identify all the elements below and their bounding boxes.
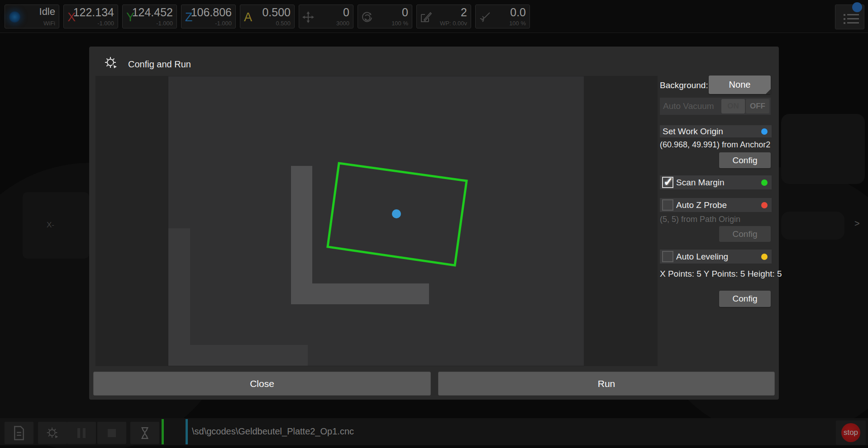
- emergency-stop-label: stop: [844, 428, 858, 437]
- auto-z-probe-label: Auto Z Probe: [676, 200, 727, 210]
- main-menu-button[interactable]: [835, 5, 864, 29]
- axis-a-subvalue: 0.500: [276, 20, 291, 27]
- machine-bed: [168, 76, 584, 366]
- auto-z-probe-config-button: Config: [719, 226, 771, 242]
- screen: X- > Idle WiFi X 122.134 -1.000 Y 124.45…: [0, 0, 868, 448]
- stop-square-icon: [106, 427, 118, 439]
- auto-z-probe-detail: (5, 5) from Path Origin: [660, 215, 740, 224]
- axis-x-value: 122.134: [73, 6, 114, 19]
- background-label: Background:: [660, 80, 708, 90]
- progress-marker-green: [162, 419, 164, 444]
- file-button[interactable]: [5, 422, 33, 444]
- spindle-value: 0: [402, 6, 408, 19]
- progress-marker-blue: [186, 419, 188, 444]
- auto-vacuum-row: Auto Vacuum ON OFF: [660, 98, 771, 115]
- background-panel-right-top: [781, 114, 865, 184]
- auto-z-probe-status-dot: [761, 202, 768, 208]
- scan-margin-status-dot: [761, 179, 768, 186]
- axis-x-subvalue: -1.000: [97, 20, 114, 27]
- work-origin-header: Set Work Origin: [660, 125, 772, 137]
- auto-leveling-status-dot: [761, 254, 768, 260]
- bottom-control-bar: \sd\gcodes\Geldbeutel_Platte2_Op1.cnc st…: [0, 418, 868, 445]
- feed-rate-panel[interactable]: 0 3000: [299, 5, 353, 28]
- axis-a-letter: A: [244, 10, 252, 24]
- machine-status-panel[interactable]: Idle WiFi: [5, 5, 59, 28]
- jog-x-minus-label: X-: [47, 221, 54, 230]
- laser-icon: [478, 11, 491, 24]
- background-selector[interactable]: None: [709, 75, 771, 94]
- loaded-file-path: \sd\gcodes\Geldbeutel_Platte2_Op1.cnc: [192, 426, 354, 437]
- stop-job-button: [97, 422, 126, 444]
- laser-panel[interactable]: 0.0 100 %: [475, 5, 530, 28]
- gear-play-icon-small: [45, 426, 60, 440]
- connection-status-icon: [9, 11, 21, 23]
- work-origin-label: Set Work Origin: [663, 127, 723, 137]
- scan-margin-checkbox[interactable]: ✓: [662, 177, 673, 188]
- axis-z-panel[interactable]: Z 106.806 -1.000: [181, 5, 236, 28]
- axis-y-panel[interactable]: Y 124.452 -1.000: [122, 5, 177, 28]
- spindle-panel[interactable]: 0 100 %: [358, 5, 412, 28]
- vacuum-on-button[interactable]: ON: [721, 99, 745, 113]
- emergency-stop-circle: stop: [841, 423, 860, 442]
- laser-subvalue: 100 %: [509, 20, 526, 27]
- auto-z-probe-row: Auto Z Probe: [660, 198, 772, 212]
- scan-margin-outline: [168, 76, 584, 366]
- job-preview-canvas[interactable]: [95, 76, 658, 366]
- tool-subvalue: WP: 0.00v: [440, 20, 467, 27]
- pause-button: [67, 422, 96, 444]
- file-icon: [12, 425, 26, 441]
- job-timer-button[interactable]: [130, 422, 159, 444]
- workpiece-tool-icon: [420, 11, 432, 24]
- auto-z-probe-checkbox[interactable]: [662, 199, 673, 211]
- work-origin-detail: (60.968, 49.991) from Anchor2: [660, 140, 770, 150]
- axis-z-value: 106.806: [191, 6, 232, 19]
- auto-leveling-checkbox[interactable]: [662, 251, 673, 262]
- spindle-subvalue: 100 %: [391, 20, 408, 27]
- background-panel-right-mid: [781, 212, 844, 240]
- axis-a-panel[interactable]: A 0.500 0.500: [240, 5, 295, 28]
- connection-type: WiFi: [43, 20, 55, 27]
- menu-notification-dot: [852, 2, 862, 12]
- auto-leveling-detail: X Points: 5 Y Points: 5 Height: 5: [660, 269, 782, 279]
- run-button[interactable]: Run: [438, 372, 775, 396]
- work-origin-dot: [392, 209, 401, 218]
- spindle-icon: [361, 11, 373, 24]
- emergency-stop-button[interactable]: stop: [836, 420, 866, 445]
- spinner-fold-corner: [766, 89, 771, 94]
- laser-value: 0.0: [510, 6, 526, 19]
- auto-leveling-row: Auto Leveling: [660, 250, 772, 264]
- checkmark-icon: ✓: [663, 175, 673, 189]
- background-jog-button: [23, 192, 89, 259]
- axis-y-value: 124.452: [132, 6, 173, 19]
- config-and-run-dialog: Config and Run Background: None Auto Vac…: [89, 47, 779, 400]
- top-status-bar: Idle WiFi X 122.134 -1.000 Y 124.452 -1.…: [0, 0, 868, 33]
- axis-x-panel[interactable]: X 122.134 -1.000: [63, 5, 118, 28]
- feed-rate-value: 0: [343, 6, 349, 19]
- expand-panel-arrow: >: [854, 218, 860, 229]
- close-button[interactable]: Close: [93, 372, 431, 396]
- move-speed-icon: [302, 11, 315, 24]
- auto-vacuum-label: Auto Vacuum: [663, 101, 714, 111]
- scan-margin-label: Scan Margin: [676, 178, 725, 188]
- axis-y-subvalue: -1.000: [156, 20, 173, 27]
- dialog-title: Config and Run: [128, 59, 191, 70]
- pause-icon: [76, 427, 87, 439]
- tool-value: 2: [461, 6, 467, 19]
- auto-leveling-config-button[interactable]: Config: [719, 291, 771, 307]
- work-origin-config-button[interactable]: Config: [719, 152, 771, 168]
- axis-a-value: 0.500: [262, 6, 291, 19]
- feed-rate-subvalue: 3000: [336, 20, 349, 27]
- vacuum-off-button[interactable]: OFF: [746, 99, 769, 113]
- auto-leveling-label: Auto Leveling: [676, 252, 728, 262]
- gear-play-icon: [103, 55, 119, 71]
- scan-margin-row: ✓ Scan Margin: [660, 175, 772, 189]
- hourglass-icon: [139, 426, 151, 440]
- machine-state: Idle: [39, 6, 55, 18]
- tool-panel[interactable]: 2 WP: 0.00v: [416, 5, 471, 28]
- config-run-button[interactable]: [38, 422, 67, 444]
- work-origin-status-dot: [761, 128, 768, 135]
- background-value: None: [729, 80, 751, 90]
- axis-z-subvalue: -1.000: [215, 20, 232, 27]
